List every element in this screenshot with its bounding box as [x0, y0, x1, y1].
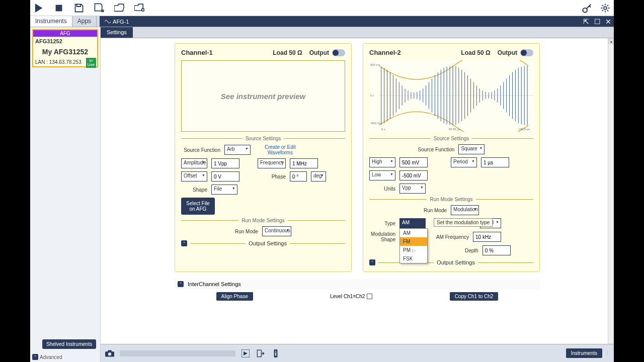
- stop-icon[interactable]: [53, 3, 64, 14]
- ch1-frequency-input[interactable]: [290, 158, 318, 168]
- select-file-on-afg-button[interactable]: Select File on AFG: [181, 198, 215, 215]
- popout-icon[interactable]: ⇱: [581, 17, 592, 27]
- type-option-am[interactable]: AM: [400, 229, 427, 237]
- ch2-depth-input[interactable]: [482, 245, 511, 255]
- scroll-up-icon[interactable]: ▲: [608, 38, 614, 44]
- ch2-output-collapse-icon[interactable]: ˅: [369, 259, 375, 265]
- channel-2-output-toggle[interactable]: [520, 49, 533, 56]
- channel-2-preview: 500 mv 0 v -500 mv: [369, 60, 533, 132]
- svg-point-64: [108, 352, 111, 355]
- svg-rect-0: [56, 5, 62, 11]
- instruments-button[interactable]: Instruments: [566, 348, 602, 358]
- channel-1-output-toggle[interactable]: [332, 49, 345, 56]
- ch1-source-function-select[interactable]: Arb: [224, 145, 251, 155]
- ch2-low-select[interactable]: Low: [369, 170, 395, 180]
- advanced-toggle[interactable]: ˄ Advanced: [32, 354, 62, 360]
- tab-settings[interactable]: Settings: [101, 27, 133, 38]
- ch1-frequency-select[interactable]: Frequency: [258, 158, 286, 168]
- ch2-units-select[interactable]: Vpp: [399, 184, 426, 194]
- ch1-run-mode-select[interactable]: Continuous: [262, 226, 291, 236]
- open-folder-plus-icon[interactable]: [134, 3, 145, 14]
- step-run-icon[interactable]: [240, 348, 251, 358]
- svg-text:0 s: 0 s: [381, 128, 385, 131]
- ch2-depth-label: Depth: [465, 248, 478, 253]
- svg-text:-500 mv: -500 mv: [370, 122, 381, 125]
- create-edit-waveforms-link[interactable]: Create or Edit Waveforms: [265, 144, 296, 155]
- shelved-instruments-button[interactable]: Shelved Instruments: [42, 339, 96, 349]
- ch1-source-function-label: Source Function: [181, 147, 220, 153]
- ch2-source-function-select[interactable]: Square: [458, 144, 485, 154]
- tab-instruments[interactable]: Instruments: [30, 16, 72, 27]
- type-option-fsk[interactable]: FSK: [400, 254, 427, 263]
- svg-rect-69: [275, 352, 276, 355]
- play-icon[interactable]: [33, 3, 44, 14]
- ch2-source-settings-label: Source Settings: [434, 136, 469, 141]
- level-ch1-ch2-checkbox[interactable]: [367, 294, 372, 299]
- ch1-phase-label: Phase: [258, 174, 286, 179]
- copy-ch1-ch2-button[interactable]: Copy Ch1 to Ch2: [450, 292, 499, 301]
- tab-apps[interactable]: Apps: [72, 16, 97, 27]
- export-icon[interactable]: [256, 348, 266, 358]
- ch2-type-select[interactable]: AM: [399, 218, 426, 228]
- save-icon[interactable]: [73, 3, 85, 14]
- ch1-offset-input[interactable]: [211, 171, 239, 182]
- ch1-offset-select[interactable]: Offset: [181, 171, 207, 182]
- ch2-high-select[interactable]: High: [369, 157, 395, 167]
- ch2-period-select[interactable]: Period: [451, 157, 477, 167]
- tabs-row: Instruments Apps AFG-1 ⇱ ☐ ✕: [30, 16, 614, 27]
- ch1-output-settings-label: Output Settings: [249, 240, 287, 246]
- ch2-low-input[interactable]: [399, 170, 428, 180]
- channel-1-preview[interactable]: See instrument preview: [181, 60, 345, 132]
- channel-2-panel: Channel-2 Load 50 Ω Output 500 mv 0 v -5…: [363, 43, 540, 272]
- interchannel-settings-row: ˅ InterChannel Settings: [175, 279, 540, 289]
- ch2-run-mode-settings-label: Run Mode Settings: [430, 197, 472, 202]
- ch2-type-dropdown[interactable]: AM FM PM ▷ FSK: [399, 228, 428, 263]
- interchannel-label: InterChannel Settings: [188, 281, 241, 287]
- open-folder-icon[interactable]: [114, 3, 125, 14]
- ch2-period-input[interactable]: [481, 157, 509, 167]
- ch1-phase-unit-select[interactable]: deg: [311, 171, 326, 182]
- gear-icon[interactable]: [600, 3, 611, 14]
- save-as-icon[interactable]: [94, 3, 105, 14]
- document-tab-afg1[interactable]: AFG-1: [100, 17, 134, 26]
- type-option-pm[interactable]: PM ▷: [400, 246, 427, 254]
- ch2-mod-shape-label: Modulation Shape: [369, 231, 395, 242]
- ch2-source-function-label: Source Function: [418, 147, 455, 152]
- camera-icon[interactable]: [105, 348, 115, 358]
- chevron-up-icon: ˄: [32, 354, 38, 360]
- ch1-amplitude-select[interactable]: Amplitude: [181, 158, 207, 168]
- instruments-chevron-icon[interactable]: ⋮: [605, 351, 610, 356]
- svg-point-3: [604, 7, 607, 10]
- ch1-output-collapse-icon[interactable]: ˅: [181, 240, 187, 246]
- ch2-type-label: Type: [369, 221, 395, 226]
- ch1-amplitude-input[interactable]: [211, 158, 239, 168]
- instrument-sidebar: AFG AFG31252 My AFG31252 LAN : 134.63.78…: [30, 27, 101, 362]
- ch2-high-input[interactable]: [399, 157, 428, 167]
- ch2-am-freq-input[interactable]: [473, 232, 501, 242]
- ch1-run-mode-settings-label: Run Mode Settings: [242, 218, 284, 223]
- info-icon[interactable]: [271, 348, 281, 358]
- interchannel-collapse-icon[interactable]: ˅: [178, 281, 184, 287]
- align-phase-button[interactable]: Align Phase: [216, 292, 253, 301]
- key-icon[interactable]: [582, 3, 593, 14]
- ch1-phase-input[interactable]: [290, 171, 307, 182]
- ch2-run-mode-select[interactable]: Modulation: [451, 205, 479, 215]
- ch1-shape-select[interactable]: File: [211, 185, 237, 195]
- instrument-card[interactable]: AFG AFG31252 My AFG31252 LAN : 134.63.78…: [32, 29, 98, 67]
- main-toolbar: [30, 0, 614, 16]
- instrument-lan: LAN : 134.63.78.253 In Use: [33, 58, 97, 66]
- channel-1-panel: Channel-1 Load 50 Ω Output See instrumen…: [175, 43, 352, 272]
- svg-point-68: [275, 350, 276, 351]
- type-option-fm[interactable]: FM: [400, 237, 427, 246]
- type-tooltip: Set the modulation type: [434, 218, 493, 227]
- ch2-am-freq-label: AM Frequency: [434, 234, 469, 240]
- maximize-icon[interactable]: ☐: [592, 17, 603, 27]
- document-tab-label: AFG-1: [113, 19, 129, 25]
- vertical-scrollbar[interactable]: ▲: [608, 38, 614, 344]
- svg-text:99.95 µs: 99.95 µs: [449, 128, 460, 131]
- svg-text:199.9 µs: 199.9 µs: [518, 128, 530, 131]
- progress-bar: [120, 350, 235, 356]
- settings-canvas: ▲ Channel-1 Load 50 Ω Output See instrum…: [101, 38, 614, 344]
- level-ch1-ch2-label: Level Ch1=Ch2: [330, 294, 365, 299]
- close-icon[interactable]: ✕: [603, 17, 614, 27]
